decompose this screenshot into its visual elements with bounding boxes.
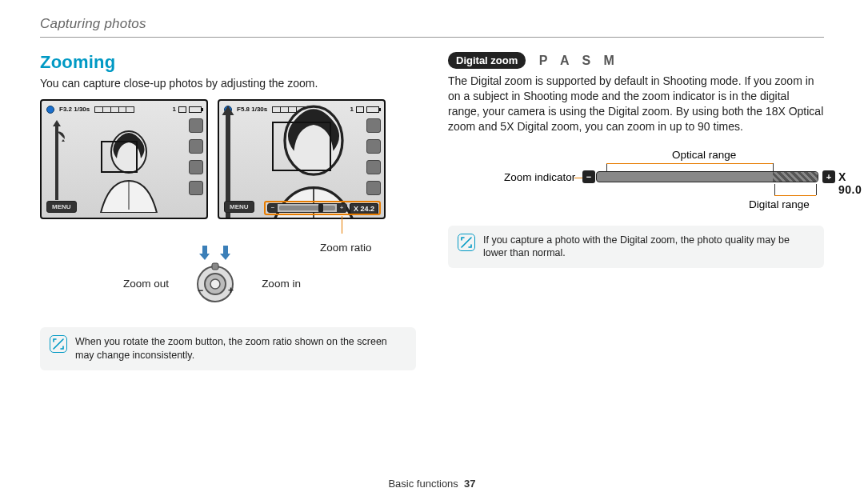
mode-icon (189, 181, 203, 195)
stabilizer-icon (366, 160, 381, 174)
arrow-down-icon (199, 246, 210, 260)
page-header: Capturing photos (40, 16, 824, 32)
zoom-out-label: Zoom out (123, 278, 169, 290)
framing-icon (366, 139, 381, 154)
stabilizer-icon (189, 160, 203, 174)
digital-range-label: Digital range (749, 198, 810, 210)
note-text: If you capture a photo with the Digital … (483, 234, 814, 261)
zoom-minus-icon: − (268, 204, 278, 212)
optical-range-label: Optical range (672, 149, 736, 161)
content-columns: Zooming You can capture close-up photos … (40, 52, 824, 370)
rec-indicator-icon (46, 106, 54, 114)
digital-range-segment (773, 172, 818, 182)
section-title: Zooming (40, 52, 416, 73)
right-column: Digital zoom P A S M The Digital zoom is… (448, 52, 824, 370)
zoom-in-label: Zoom in (262, 278, 301, 290)
zoom-indicator-bar (596, 171, 818, 182)
zoom-bar: − + X 24.2 (267, 203, 347, 213)
note-icon (50, 335, 67, 353)
section-intro: You can capture close-up photos by adjus… (40, 76, 416, 91)
zoom-ratio-leader (200, 226, 416, 242)
zoom-indicator-label: Zoom indicator (504, 171, 575, 183)
digital-zoom-body: The Digital zoom is supported by default… (448, 74, 824, 134)
mode-letters: P A S M (539, 54, 619, 68)
note-box: If you capture a photo with the Digital … (448, 226, 824, 269)
zoom-dial-row: Zoom out − + Zoom in (8, 262, 416, 306)
subsection-header: Digital zoom P A S M (448, 52, 824, 69)
zoom-minus-icon: − (582, 170, 595, 183)
camera-display-zoomed-in: F5.8 1/30s 1 (218, 99, 386, 219)
page: Capturing photos Zooming You can capture… (0, 0, 864, 504)
zoom-ratio-label: Zoom ratio (320, 242, 416, 254)
zoom-plus-icon: + (822, 170, 835, 183)
arrow-down-icon (220, 246, 231, 260)
mode-icon (366, 181, 381, 195)
svg-text:−: − (198, 285, 203, 296)
svg-rect-5 (212, 263, 218, 270)
zoom-readout: X 90.0 (838, 170, 862, 196)
framing-icon (189, 139, 203, 154)
note-text: When you rotate the zoom button, the zoo… (75, 335, 406, 362)
menu-button: MENU (224, 201, 254, 213)
flash-mode-icon (366, 118, 381, 133)
af-box (101, 141, 138, 173)
page-footer: Basic functions 37 (0, 478, 864, 490)
svg-point-4 (210, 279, 220, 289)
flash-mode-icon (189, 118, 203, 133)
digital-zoom-pill: Digital zoom (448, 52, 526, 69)
exposure-readout: F3.2 1/30s (59, 106, 90, 113)
note-icon (458, 234, 475, 251)
zoom-dial-illustration: − + (193, 262, 238, 306)
display-topbar: F3.2 1/30s 1 (46, 104, 202, 115)
camera-display-zoomed-out: F3.2 1/30s 1 (40, 99, 208, 219)
footer-page-number: 37 (464, 478, 475, 490)
af-box (272, 122, 331, 171)
side-icons (366, 118, 381, 195)
battery-icon (189, 106, 202, 113)
side-icons (189, 118, 203, 195)
zoom-readout: X 24.2 (350, 203, 378, 214)
streetlamp-illustration (46, 120, 67, 208)
left-column: Zooming You can capture close-up photos … (40, 52, 416, 370)
zoom-plus-icon: + (337, 204, 346, 212)
screenshot-row: F3.2 1/30s 1 (40, 99, 416, 219)
svg-text:+: + (228, 285, 234, 296)
footer-section: Basic functions (388, 478, 458, 490)
menu-button: MENU (46, 201, 77, 213)
header-rule (40, 37, 824, 38)
zoom-indicator-figure: Optical range Zoom indicator − + X 90.0 … (448, 149, 824, 219)
ev-scale-icon (94, 106, 134, 113)
note-box: When you rotate the zoom button, the zoo… (40, 327, 416, 370)
card-icon (178, 106, 186, 113)
